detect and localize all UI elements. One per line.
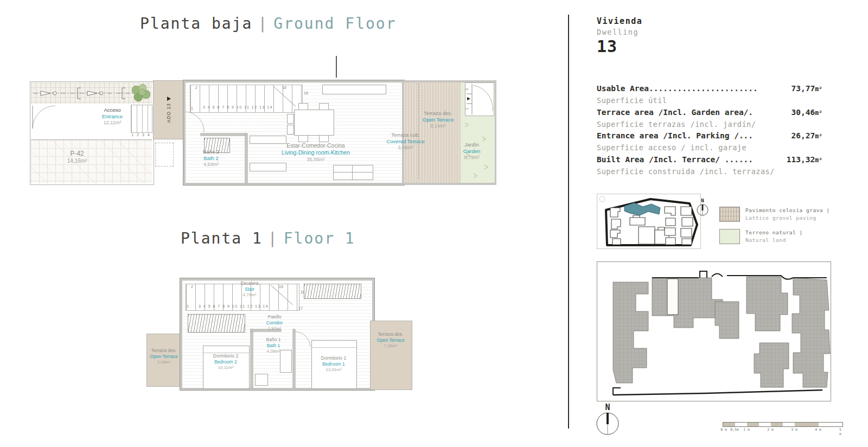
bedroom1-door-arc-icon	[294, 330, 311, 348]
floor1-terrace-left-label: Terraza des. Open Terrace 3,08m²	[143, 348, 184, 365]
kitchen-counter-low	[250, 163, 286, 171]
area-row: Entrance area /Incl. Parking /...26,27m²…	[597, 130, 822, 154]
chair	[287, 114, 294, 124]
area-label-es: Superficie acceso / incl. garaje	[597, 142, 822, 154]
area-table: Usable Area.......................73,77m…	[597, 83, 822, 177]
chair	[298, 103, 308, 110]
legend-row: Pavimento celosía grava | Lattice gravel…	[719, 207, 830, 222]
bath1-toilet	[255, 374, 268, 386]
floor1-title: Planta 1|Floor 1	[181, 229, 355, 247]
chair	[319, 103, 329, 110]
garden-door-arc-icon	[465, 83, 494, 116]
entrance-corridor: Acceso Entrance 12,11m² 1 2 3 4	[31, 104, 152, 140]
legend-row: Terreno natural | Natural land	[719, 229, 830, 244]
bedroom1-label: Dormitorio 1 Bedroom 1 13,91m²	[306, 355, 361, 373]
bath2-wall	[245, 133, 247, 183]
area-label-es: Superficie terrazas /incl. jardín/	[597, 119, 822, 131]
floor1-house: 2 1 3 4 5 6 7 8 9 10 11 12 13 14 15 16 1…	[180, 278, 374, 390]
f1-stair-num-15: 15	[279, 285, 283, 289]
entrance-room-label: Acceso Entrance 12,11m²	[87, 107, 137, 126]
floor1-plan: Terraza des. Open Terrace 3,08m² 2 1 3 4…	[146, 273, 415, 393]
dwelling-header: Vivienda Dwelling 13	[597, 16, 642, 56]
title-separator: |	[268, 229, 278, 247]
garden-zone: 2 1	[461, 80, 496, 185]
floor1-title-es: Planta 1	[181, 229, 263, 247]
corridor-label: Pasillo Corridor 1,92m²	[255, 314, 294, 331]
area-label-es: Superficie útil	[597, 95, 822, 107]
parking-label: P-42 14,16m²	[50, 150, 104, 165]
lattice-paving-swatch	[719, 207, 740, 222]
floor1-terrace-right-label: Terraza des. Open Terrace 7,39m²	[368, 331, 413, 349]
site-compass: N	[595, 404, 620, 438]
minimap-compass: N	[696, 199, 709, 219]
stair-label: Escalera Stair 4,79m²	[230, 280, 269, 298]
scale-bar-labels: 0 m 0,5m 1 m 2 m 3 m 4 m 5 m	[723, 427, 844, 433]
ground-floor-title: Planta baja|Ground Floor	[140, 15, 397, 33]
title-separator: |	[258, 15, 268, 33]
scale-bar-segments	[723, 422, 843, 427]
plant-icon	[127, 82, 152, 104]
bedroom2-label: Dormitorio 2 Bedroom 2 10,11m²	[196, 353, 255, 371]
entrance-parking-block: Acceso Entrance 12,11m² 1 2 3 4 P-42 14,…	[30, 81, 154, 185]
entrance-door-arc-icon	[31, 105, 55, 130]
stair-num-1: 1	[191, 106, 193, 110]
legend: Pavimento celosía grava | Lattice gravel…	[719, 207, 830, 251]
area-value: 73,77m²	[791, 83, 822, 95]
area-value: 30,46m²	[791, 107, 822, 119]
ado-arrow-icon	[167, 97, 171, 101]
chair	[287, 125, 294, 135]
compass-icon	[595, 411, 620, 436]
entry-step-numbers: 1 2 3 4	[131, 133, 151, 137]
living-room-label: Estar-Comedor-Cocina Living-Dining room-…	[267, 142, 365, 163]
ado-access-strip: ADO 13	[153, 80, 184, 139]
garden-step-1: 1	[465, 108, 469, 110]
area-label: Entrance area /Incl. Parking /...	[597, 130, 753, 142]
ground-floor-house: 1 2 3 4 5 6 7 8 9 10 11 12 13 14 15 16 1…	[183, 80, 404, 185]
stair-num-16: 16	[304, 91, 308, 95]
f1-stair-num-row: 3 4 5 6 7 8 9 10 11 12 13 14	[199, 304, 290, 308]
ground-title-en: Ground Floor	[273, 15, 396, 33]
open-terrace-label: Terraza des. Open Terrace 8,14m²	[410, 110, 467, 130]
chair	[319, 135, 329, 142]
dwelling-label-en: Dwelling	[597, 28, 642, 36]
terrace-divider-dashed	[418, 84, 419, 178]
area-value: 26,27m²	[791, 130, 822, 142]
wardrobe	[188, 314, 245, 333]
garden-label: Jardín Garden 8,79m²	[449, 142, 495, 161]
bath1-label: Baño 1 Bath 1 4,08m²	[254, 337, 293, 354]
garden-step-2: 2	[465, 88, 469, 91]
plan-sheet: Planta baja|Ground Floor	[0, 0, 868, 447]
fence-strip	[31, 82, 152, 104]
area-row: Built Area /Incl. Terrace/ ......113,32m…	[597, 154, 822, 178]
dwelling-number: 13	[597, 37, 642, 56]
bath2-wall	[201, 133, 246, 136]
highlighted-dwelling	[667, 279, 678, 315]
panel-divider	[568, 15, 569, 429]
scale-bar: 0 m 0,5m 1 m 2 m 3 m 4 m 5 m	[723, 422, 844, 433]
compass-icon	[696, 203, 709, 216]
f1-stair-num-1: 1	[187, 304, 189, 308]
natural-land-swatch	[719, 229, 740, 244]
ground-title-es: Planta baja	[140, 15, 252, 33]
area-row: Usable Area.......................73,77m…	[597, 83, 822, 107]
f1-stair-num-17: 17	[298, 306, 303, 310]
entry-steps	[131, 105, 152, 133]
area-row: Terrace area /Incl. Garden area/.30,46m²…	[597, 107, 822, 131]
dining-table	[294, 110, 334, 136]
house-door-arc-icon	[184, 111, 205, 133]
dwelling-label-es: Vivienda	[597, 16, 642, 26]
area-label: Built Area /Incl. Terrace/ ......	[597, 154, 753, 165]
entry-door-swing	[155, 143, 174, 167]
covered-terrace-label: Terraza cub. Covered Terrace 3,08m²	[374, 132, 437, 151]
area-value: 113,32m²	[787, 154, 822, 166]
area-label: Terrace area /Incl. Garden area/.	[597, 107, 753, 118]
parking-space: P-42 14,16m²	[31, 140, 152, 183]
area-label-es: Superficie construida /incl. terrazas/	[597, 166, 822, 178]
bath2-label: Baño 2 Bath 2 4,53m²	[188, 149, 234, 168]
stair-num-row: 3 4 5 6 7 8 9 10 11 12 13 14	[203, 105, 294, 109]
ground-floor-plan: Acceso Entrance 12,11m² 1 2 3 4 P-42 14,…	[30, 80, 495, 185]
garden-door-nook: 2 1	[465, 82, 494, 116]
site-plan	[597, 261, 831, 401]
ado-label: ADO 13	[166, 103, 171, 123]
section-cut-mark	[336, 56, 337, 78]
